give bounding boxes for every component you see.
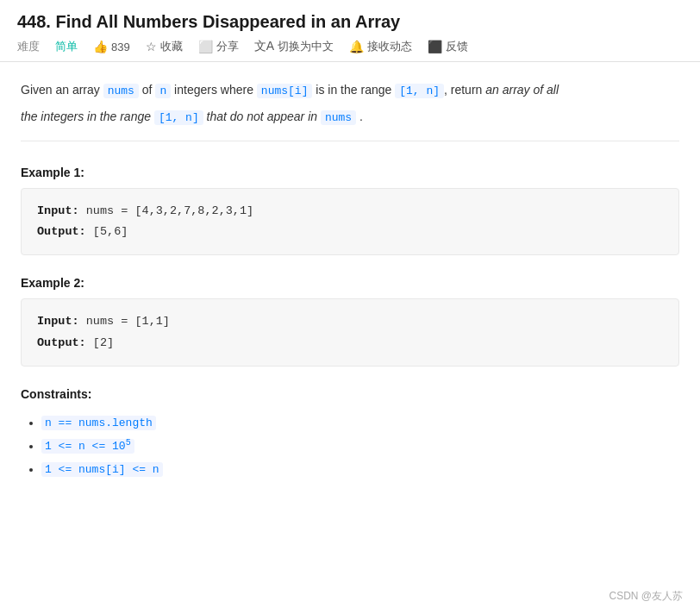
problem-number: 448. — [17, 12, 51, 31]
example-1-output: Output: [5,6] — [37, 222, 663, 242]
example-1-title: Example 1: — [21, 166, 679, 179]
feedback-button[interactable]: ⬛ 反馈 — [428, 39, 468, 54]
toolbar: 难度 简单 👍 839 ☆ 收藏 ⬜ 分享 文A 切换为中文 🔔 接收动态 ⬛ … — [17, 39, 683, 54]
feedback-label: 反馈 — [446, 39, 468, 54]
collect-label: 收藏 — [160, 39, 183, 54]
feedback-icon: ⬛ — [428, 40, 442, 53]
code-nums: nums — [103, 84, 139, 98]
translate-icon: 文A — [254, 39, 274, 54]
like-button[interactable]: 👍 839 — [93, 40, 130, 53]
share-label: 分享 — [216, 39, 239, 54]
code-nums-i: nums[i] — [257, 84, 313, 98]
switch-language-label: 切换为中文 — [278, 39, 334, 54]
bell-icon: 🔔 — [349, 40, 364, 53]
share-button[interactable]: ⬜ 分享 — [198, 39, 239, 54]
switch-language-button[interactable]: 文A 切换为中文 — [254, 39, 334, 54]
code-range2: [1, n] — [154, 110, 203, 125]
description-italic: an array of all — [485, 83, 559, 97]
constraint-1: n == nums.length — [41, 411, 679, 435]
example-2-output-label: Output: — [37, 336, 86, 349]
like-icon: 👍 — [93, 40, 108, 53]
share-icon: ⬜ — [198, 40, 213, 53]
example-1-output-label: Output: — [37, 225, 86, 238]
example-2-input-text: nums = [1,1] — [86, 315, 170, 328]
like-count: 839 — [111, 41, 130, 53]
description-italic2: the integers in the range — [21, 110, 151, 123]
example-2-output-text: [2] — [93, 336, 114, 349]
difficulty-value: 简单 — [55, 39, 78, 54]
description-line1: Given an array nums of n integers where … — [21, 79, 679, 101]
problem-description: Given an array nums of n integers where … — [21, 79, 679, 141]
constraints-title: Constraints: — [21, 387, 679, 401]
difficulty-label: 难度 — [17, 39, 40, 54]
example-1-block: Input: nums = [4,3,2,7,8,2,3,1] Output: … — [21, 188, 679, 256]
example-1-section: Example 1: Input: nums = [4,3,2,7,8,2,3,… — [21, 166, 679, 256]
description-italic3: that do not appear in — [207, 110, 317, 123]
example-1-input-label: Input: — [37, 204, 79, 217]
example-2-title: Example 2: — [21, 276, 679, 290]
constraint-3-code: 1 <= nums[i] <= n — [41, 462, 163, 477]
code-nums2: nums — [321, 110, 356, 125]
code-n: n — [155, 84, 171, 98]
constraints-list: n == nums.length 1 <= n <= 105 1 <= nums… — [21, 411, 679, 481]
collect-button[interactable]: ☆ 收藏 — [146, 39, 183, 54]
code-range: [1, n] — [395, 84, 444, 98]
constraint-2-code: 1 <= n <= 105 — [41, 439, 134, 454]
problem-header: 448. Find All Numbers Disappeared in an … — [0, 0, 700, 62]
example-2-input: Input: nums = [1,1] — [37, 311, 663, 332]
example-1-input-text: nums = [4,3,2,7,8,2,3,1] — [86, 204, 253, 217]
subscribe-label: 接收动态 — [367, 39, 412, 54]
example-2-output: Output: [2] — [37, 333, 663, 354]
problem-title-text: Find All Numbers Disappeared in an Array — [56, 12, 401, 31]
example-2-block: Input: nums = [1,1] Output: [2] — [21, 298, 679, 367]
constraint-1-code: n == nums.length — [41, 416, 156, 430]
main-content: Given an array nums of n integers where … — [0, 62, 700, 498]
subscribe-button[interactable]: 🔔 接收动态 — [349, 39, 412, 54]
star-icon: ☆ — [146, 40, 157, 53]
watermark: CSDN @友人苏 — [609, 589, 683, 604]
description-line2: the integers in the range [1, n] that do… — [21, 106, 679, 128]
constraint-3: 1 <= nums[i] <= n — [41, 458, 679, 481]
example-1-output-text: [5,6] — [93, 225, 128, 238]
constraint-2: 1 <= n <= 105 — [41, 435, 679, 458]
constraints-section: Constraints: n == nums.length 1 <= n <= … — [21, 387, 679, 481]
example-1-input: Input: nums = [4,3,2,7,8,2,3,1] — [37, 201, 663, 222]
example-2-input-label: Input: — [37, 315, 79, 328]
problem-title: 448. Find All Numbers Disappeared in an … — [17, 12, 683, 32]
description-period: . — [356, 110, 363, 123]
example-2-section: Example 2: Input: nums = [1,1] Output: [… — [21, 276, 679, 367]
